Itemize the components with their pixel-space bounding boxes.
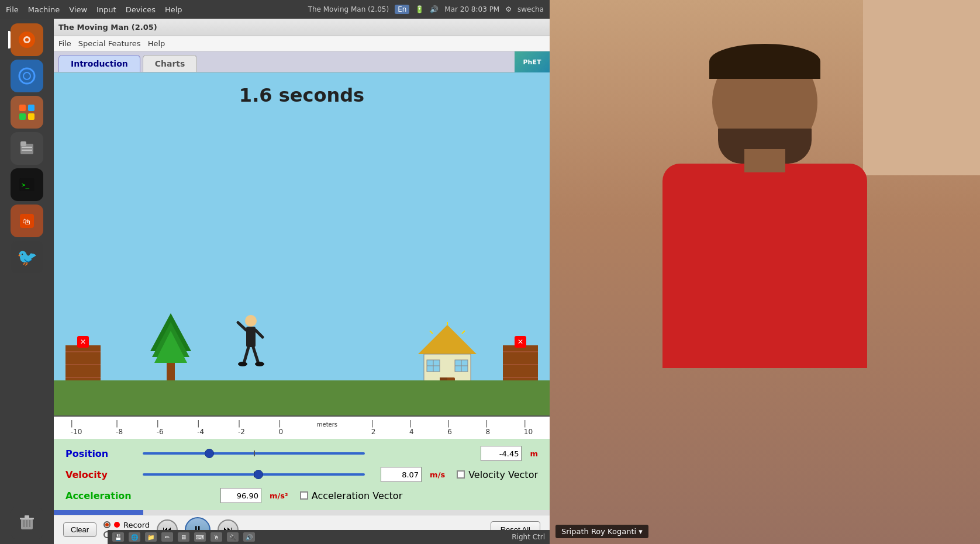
progress-fill (54, 510, 143, 515)
man-figure[interactable] (232, 314, 270, 380)
svg-point-33 (238, 362, 247, 366)
sidebar-icon-software[interactable]: 🛍 (11, 205, 43, 237)
sidebar-icon-bird[interactable]: 🐦 (11, 241, 43, 273)
sidebar-icon-trash[interactable] (11, 507, 43, 539)
sidebar-icon-apps[interactable] (11, 96, 43, 129)
vm-menu-help[interactable]: Help (165, 5, 182, 14)
vm-menu-input[interactable]: Input (96, 5, 116, 14)
vm-bottom-bar: 💾 🌐 📁 ✏ 🖥 ⌨ 🖱 🔌 🔊 Right Ctrl (108, 530, 550, 544)
svg-rect-6 (28, 105, 34, 111)
simulation-area[interactable]: 1.6 seconds ✕ ✕ (54, 72, 550, 439)
status-icon-4: ✏ (161, 532, 173, 542)
svg-text:>_: >_ (22, 181, 30, 189)
window-title: The Moving Man (2.05) (58, 23, 157, 32)
svg-line-32 (253, 347, 258, 363)
house (415, 322, 474, 380)
velocity-slider-thumb[interactable] (254, 470, 263, 479)
app-menu-special[interactable]: Special Features (78, 39, 141, 48)
settings-icon: ⚙ (505, 5, 512, 13)
volume-icon: 🔊 (430, 5, 439, 13)
acceleration-vector-checkbox[interactable] (300, 491, 308, 500)
person-hair (709, 44, 820, 79)
tab-introduction[interactable]: Introduction (58, 55, 140, 72)
window-titlebar: The Moving Man (2.05) (54, 19, 550, 36)
velocity-vector-row[interactable]: Velocity Vector (457, 469, 538, 480)
clear-button[interactable]: Clear (63, 522, 96, 537)
record-radio[interactable] (103, 521, 111, 528)
person-shirt (662, 164, 867, 368)
velocity-slider-track[interactable] (143, 473, 365, 476)
velocity-unit: m/s (430, 470, 445, 479)
ubuntu-sidebar: >_ 🛍 🐦 (0, 19, 54, 544)
vm-menu-view[interactable]: View (69, 5, 87, 14)
svg-rect-20 (23, 520, 25, 527)
position-slider-track[interactable] (143, 452, 365, 455)
velocity-slider-container[interactable] (143, 469, 374, 480)
svg-rect-12 (22, 150, 32, 151)
wall-left-close[interactable]: ✕ (77, 336, 89, 348)
app-menu-help[interactable]: Help (148, 39, 165, 48)
record-row[interactable]: Record (103, 521, 150, 529)
sidebar-icon-browser[interactable] (11, 60, 43, 92)
status-icon-3: 📁 (145, 532, 157, 542)
vm-topbar: File Machine View Input Devices Help The… (0, 0, 550, 19)
sidebar-icon-files[interactable] (11, 132, 43, 165)
status-icon-1: 💾 (112, 532, 124, 542)
velocity-vector-label: Velocity Vector (468, 469, 538, 480)
svg-rect-21 (26, 520, 27, 527)
svg-point-3 (19, 68, 34, 84)
tree (142, 310, 200, 380)
status-icon-9: 🔊 (243, 532, 255, 542)
webcam-panel: Sripath Roy Koganti ▾ (550, 0, 980, 544)
vm-menu[interactable]: File Machine View Input Devices Help (6, 5, 182, 14)
vm-menu-devices[interactable]: Devices (126, 5, 156, 14)
svg-rect-7 (19, 113, 26, 120)
svg-point-2 (25, 38, 29, 41)
name-suffix: ▾ (639, 527, 643, 536)
acceleration-vector-row[interactable]: Acceleration Vector (300, 490, 403, 501)
tab-charts[interactable]: Charts (143, 55, 198, 72)
sidebar-icon-settings[interactable] (11, 23, 43, 56)
velocity-value[interactable]: 8.07 (381, 467, 422, 482)
person-name: Sripath Roy Koganti (561, 527, 636, 536)
position-slider-container[interactable] (143, 448, 474, 459)
svg-point-34 (255, 362, 264, 366)
position-slider-thumb[interactable] (205, 449, 214, 458)
phet-logo: PhET (515, 51, 550, 72)
vm-menu-machine[interactable]: Machine (28, 5, 60, 14)
svg-rect-19 (25, 515, 29, 518)
svg-rect-28 (246, 327, 256, 347)
person-neck (744, 149, 785, 172)
vm-title: The Moving Man (2.05) (308, 5, 389, 13)
svg-rect-8 (28, 113, 34, 120)
progress-bar[interactable] (54, 510, 550, 515)
room-wall (863, 0, 980, 175)
vm-menu-file[interactable]: File (6, 5, 19, 14)
svg-line-29 (238, 323, 246, 330)
velocity-row: Velocity 8.07 m/s Velocity Vector (65, 467, 538, 482)
svg-rect-5 (19, 105, 26, 111)
velocity-vector-checkbox[interactable] (457, 470, 465, 479)
status-icon-6: ⌨ (194, 532, 206, 542)
acceleration-value[interactable]: 96.90 (220, 488, 261, 503)
datetime: Mar 20 8:03 PM (444, 5, 499, 13)
sidebar-icon-terminal[interactable]: >_ (11, 168, 43, 201)
app-menu-file[interactable]: File (58, 39, 71, 48)
name-tag: Sripath Roy Koganti ▾ (555, 525, 648, 538)
record-label: Record (123, 521, 150, 529)
svg-rect-22 (29, 520, 30, 527)
battery-icon: 🔋 (415, 5, 424, 13)
ubuntu-window: The Moving Man (2.05) File Special Featu… (54, 19, 550, 544)
svg-line-38 (462, 331, 465, 334)
status-icon-8: 🔌 (227, 532, 239, 542)
app-menubar: File Special Features Help (54, 36, 550, 51)
wall-right-close[interactable]: ✕ (515, 336, 526, 348)
svg-text:🛍: 🛍 (22, 217, 30, 226)
status-icon-7: 🖱 (211, 532, 222, 542)
tab-bar: Introduction Charts PhET (54, 51, 550, 72)
status-icon-2: 🌐 (129, 532, 140, 542)
position-label: Position (65, 448, 136, 459)
number-line: |-10 |-8 |-6 |-4 |-2 |0 meters |2 |4 |6 … (54, 415, 550, 439)
position-value[interactable]: -4.45 (481, 446, 522, 461)
svg-point-4 (23, 72, 30, 79)
